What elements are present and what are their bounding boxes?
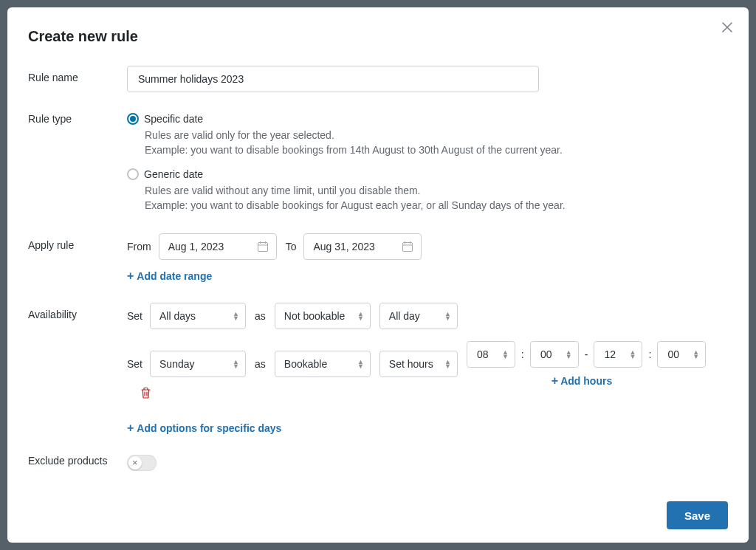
plus-icon: + — [127, 270, 134, 282]
apply-rule-label: Apply rule — [28, 233, 127, 251]
row-availability: Availability Set All days ▲▼ as Not book… — [28, 303, 728, 434]
set-label: Set — [127, 358, 142, 370]
chevron-updown-icon: ▲▼ — [444, 312, 451, 320]
from-hour-select[interactable]: 08 ▲▼ — [467, 341, 515, 368]
bookable-select[interactable]: Bookable ▲▼ — [275, 351, 371, 377]
availability-label: Availability — [28, 303, 127, 320]
row-apply-rule: Apply rule From Aug 1, 2023 To Aug 31, 2… — [28, 233, 728, 282]
calendar-icon — [257, 241, 269, 252]
row-rule-name: Rule name — [28, 66, 728, 92]
time-colon: : — [521, 348, 524, 360]
radio-specific-desc2: Example: you want to disable bookings fr… — [145, 142, 728, 157]
time-colon: : — [648, 348, 651, 360]
from-minute-select[interactable]: 00 ▲▼ — [530, 341, 579, 368]
as-label: as — [255, 358, 266, 370]
close-icon — [722, 22, 732, 32]
rule-type-label: Rule type — [28, 113, 127, 125]
to-date-input[interactable]: Aug 31, 2023 — [303, 233, 422, 260]
add-date-range-label: Add date range — [137, 270, 212, 282]
chevron-updown-icon: ▲▼ — [444, 360, 451, 368]
chevron-updown-icon: ▲▼ — [566, 350, 572, 359]
availability-row: Set All days ▲▼ as Not bookable ▲▼ All d… — [127, 303, 728, 329]
to-hour-select[interactable]: 12 ▲▼ — [594, 341, 642, 368]
to-minute-select[interactable]: 00 ▲▼ — [657, 341, 706, 368]
delete-row-button[interactable] — [140, 387, 151, 399]
add-date-range-button[interactable]: + Add date range — [127, 270, 212, 282]
chevron-updown-icon: ▲▼ — [233, 360, 239, 368]
from-date-input[interactable]: Aug 1, 2023 — [159, 233, 277, 260]
radio-specific-title: Specific date — [144, 113, 203, 125]
exclude-products-label: Exclude products — [28, 455, 127, 467]
create-rule-modal: Create new rule Rule name Rule type Spec… — [7, 7, 749, 543]
radio-item-generic: Generic date Rules are valid without any… — [127, 168, 728, 213]
from-date-value: Aug 1, 2023 — [168, 241, 224, 252]
add-options-label: Add options for specific days — [137, 422, 281, 434]
svg-rect-1 — [403, 243, 413, 252]
chevron-updown-icon: ▲▼ — [233, 312, 239, 320]
toggle-knob: ✕ — [128, 456, 142, 470]
row-rule-type: Rule type Specific date Rules are valid … — [28, 113, 728, 213]
availability-row: Set Sunday ▲▼ as Bookable ▲▼ Set hours ▲… — [127, 341, 728, 399]
exclude-products-toggle[interactable]: ✕ — [127, 455, 157, 471]
from-label: From — [127, 241, 151, 252]
chevron-updown-icon: ▲▼ — [502, 350, 509, 359]
radio-item-specific: Specific date Rules are valid only for t… — [127, 113, 728, 158]
radio-generic-title: Generic date — [144, 168, 203, 180]
to-label: To — [286, 241, 297, 252]
close-button[interactable] — [719, 19, 735, 35]
radio-generic-desc2: Example: you want to disable bookings fo… — [145, 198, 728, 213]
hours-mode-select[interactable]: All day ▲▼ — [379, 303, 458, 329]
hours-group: 08 ▲▼ : 00 ▲▼ - 12 ▲▼ : — [467, 341, 706, 368]
hours-mode-select[interactable]: Set hours ▲▼ — [379, 351, 458, 377]
radio-generic-desc1: Rules are valid without any time limit, … — [145, 183, 728, 198]
radio-specific-date[interactable] — [127, 113, 139, 125]
modal-title: Create new rule — [28, 28, 728, 45]
svg-rect-0 — [258, 243, 267, 252]
radio-generic-date[interactable] — [127, 168, 139, 180]
save-button[interactable]: Save — [667, 501, 728, 529]
chevron-updown-icon: ▲▼ — [357, 312, 364, 320]
bookable-select[interactable]: Not bookable ▲▼ — [275, 303, 371, 329]
trash-icon — [140, 387, 151, 399]
row-exclude-products: Exclude products ✕ — [28, 455, 728, 471]
radio-specific-desc1: Rules are valid only for the year select… — [145, 128, 728, 142]
day-scope-select[interactable]: Sunday ▲▼ — [150, 351, 246, 377]
rule-name-label: Rule name — [28, 66, 127, 83]
add-options-button[interactable]: + Add options for specific days — [127, 422, 281, 434]
add-hours-button[interactable]: + Add hours — [551, 375, 612, 387]
as-label: as — [255, 310, 266, 322]
chevron-updown-icon: ▲▼ — [357, 360, 364, 368]
chevron-updown-icon: ▲▼ — [693, 350, 699, 359]
add-hours-label: Add hours — [560, 375, 612, 387]
rule-name-input[interactable] — [127, 66, 539, 92]
calendar-icon — [402, 241, 413, 252]
plus-icon: + — [127, 422, 134, 434]
set-label: Set — [127, 310, 142, 322]
plus-icon: + — [551, 375, 558, 387]
to-date-value: Aug 31, 2023 — [313, 241, 374, 252]
day-scope-select[interactable]: All days ▲▼ — [150, 303, 246, 329]
time-range-dash: - — [585, 348, 588, 360]
chevron-updown-icon: ▲▼ — [629, 350, 636, 359]
